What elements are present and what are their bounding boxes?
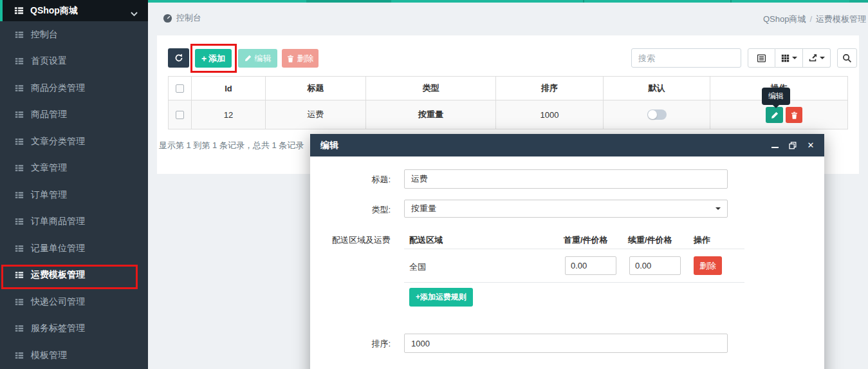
sidebar-brand[interactable]: QShop商城 — [0, 0, 148, 21]
default-toggle[interactable] — [647, 109, 667, 120]
caret-down-icon — [820, 57, 825, 59]
search-icon — [842, 53, 852, 63]
edit-modal: 编辑 ✕ 标题: 类型: 按重量 配送区域及运费 配送区域 首重/件价格 续重/… — [310, 134, 824, 369]
add-rule-button[interactable]: +添加运费规则 — [409, 288, 473, 307]
list-icon — [15, 217, 24, 226]
minimize-icon — [771, 147, 779, 148]
tooltip-text: 编辑 — [768, 91, 784, 100]
pencil-icon — [245, 55, 252, 62]
list-icon — [15, 191, 24, 200]
modal-header: 编辑 ✕ — [310, 134, 824, 156]
type-select[interactable]: 按重量 — [404, 200, 728, 218]
maximize-button[interactable] — [786, 134, 800, 156]
chevron-down-icon[interactable] — [131, 8, 138, 19]
divider — [404, 249, 744, 249]
sidebar-menu: 控制台 首页设置 商品分类管理 商品管理 文章分类管理 文章管理 订单管理 订单… — [0, 21, 148, 369]
brand-title: QShop商城 — [30, 5, 78, 17]
first-price-input[interactable] — [565, 256, 616, 275]
title-field[interactable] — [404, 169, 728, 189]
column-header-sort[interactable]: 排序 — [496, 77, 604, 100]
search-button[interactable] — [837, 48, 857, 68]
rules-header-actions: 操作 — [694, 234, 710, 246]
sidebar-item-label: 首页设置 — [31, 55, 67, 67]
sidebar-item-label: 运费模板管理 — [31, 269, 85, 281]
sidebar-item-order[interactable]: 订单管理 — [0, 182, 148, 209]
tooltip-arrow — [773, 105, 779, 108]
rules-header-area: 配送区域 — [409, 234, 443, 246]
delete-button[interactable]: 删除 — [282, 49, 319, 68]
column-header-type[interactable]: 类型 — [366, 77, 496, 100]
sidebar-item-label: 商品管理 — [31, 109, 67, 120]
column-header-id[interactable]: Id — [192, 77, 266, 100]
edit-button[interactable]: 编辑 — [238, 49, 277, 68]
data-table: Id 标题 类型 排序 默认 操作 12 运费 按重量 1000 — [168, 76, 848, 129]
sidebar-item-label: 模板管理 — [31, 350, 67, 361]
detail-view-button[interactable] — [748, 48, 775, 68]
sidebar-item-label: 服务标签管理 — [31, 323, 85, 334]
column-header-title[interactable]: 标题 — [266, 77, 366, 100]
list-icon — [15, 164, 24, 173]
sidebar-item-console[interactable]: 控制台 — [0, 21, 148, 48]
sort-field[interactable] — [404, 334, 728, 353]
add-button-label: 添加 — [208, 53, 225, 64]
sidebar-item-express-company[interactable]: 快递公司管理 — [0, 289, 148, 316]
sidebar-item-label: 文章分类管理 — [31, 136, 85, 147]
close-icon[interactable]: ✕ — [804, 134, 818, 156]
sidebar-item-template[interactable]: 模板管理 — [0, 342, 148, 369]
sidebar-item-label: 控制台 — [31, 29, 58, 41]
list-icon — [15, 324, 24, 333]
menu-list-icon — [14, 6, 24, 15]
sidebar-item-label: 记量单位管理 — [31, 243, 85, 254]
select-all-checkbox[interactable] — [176, 84, 184, 93]
export-button[interactable] — [803, 48, 831, 68]
type-select-value: 按重量 — [411, 203, 436, 214]
sidebar-item-order-product[interactable]: 订单商品管理 — [0, 209, 148, 236]
row-checkbox[interactable] — [176, 111, 184, 119]
refresh-button[interactable] — [168, 48, 189, 68]
breadcrumb-site[interactable]: QShop商城 — [763, 14, 806, 24]
modal-title: 编辑 — [320, 140, 338, 151]
pencil-icon — [771, 111, 779, 119]
sidebar-item-home-settings[interactable]: 首页设置 — [0, 48, 148, 75]
breadcrumb-separator: / — [809, 14, 812, 24]
sidebar-item-unit[interactable]: 记量单位管理 — [0, 235, 148, 262]
caret-down-icon — [716, 207, 721, 210]
row-edit-button[interactable] — [766, 107, 783, 123]
search-input[interactable] — [631, 48, 741, 68]
add-button[interactable]: + 添加 — [195, 49, 232, 68]
cell-title: 运费 — [266, 100, 366, 129]
edit-button-label: 编辑 — [255, 53, 272, 64]
list-icon — [15, 270, 24, 279]
list-icon — [15, 84, 24, 93]
sidebar: QShop商城 控制台 首页设置 商品分类管理 商品管理 文章分类管理 文章管理… — [0, 0, 148, 369]
cell-id: 12 — [192, 100, 266, 129]
export-icon — [808, 53, 817, 62]
list-icon — [15, 298, 24, 307]
column-header-default[interactable]: 默认 — [604, 77, 710, 100]
list-icon — [15, 57, 24, 66]
sidebar-item-article-category[interactable]: 文章分类管理 — [0, 128, 148, 155]
sidebar-item-article[interactable]: 文章管理 — [0, 155, 148, 182]
title-field-label: 标题: — [310, 174, 391, 185]
sidebar-item-service-tag[interactable]: 服务标签管理 — [0, 316, 148, 343]
sidebar-item-shipping-template[interactable]: 运费模板管理 — [0, 262, 148, 289]
type-field-label: 类型: — [310, 204, 391, 216]
sidebar-item-label: 商品分类管理 — [31, 82, 85, 94]
list-icon — [15, 30, 24, 39]
list-icon — [15, 137, 24, 146]
caret-down-icon — [792, 57, 797, 59]
row-delete-button[interactable] — [786, 107, 802, 123]
table-row: 12 运费 按重量 1000 — [169, 100, 847, 129]
list-icon — [15, 244, 24, 253]
sidebar-item-product[interactable]: 商品管理 — [0, 102, 148, 129]
sidebar-item-product-category[interactable]: 商品分类管理 — [0, 75, 148, 102]
rule-delete-button[interactable]: 删除 — [694, 256, 722, 275]
columns-button[interactable] — [775, 48, 803, 68]
trash-icon — [791, 111, 798, 119]
sidebar-item-label: 文章管理 — [31, 162, 67, 174]
toggle-knob — [648, 110, 657, 119]
minimize-button[interactable] — [768, 134, 782, 156]
next-price-input[interactable] — [629, 256, 681, 275]
sidebar-item-label: 订单管理 — [31, 189, 67, 201]
delete-button-label: 删除 — [297, 53, 314, 64]
